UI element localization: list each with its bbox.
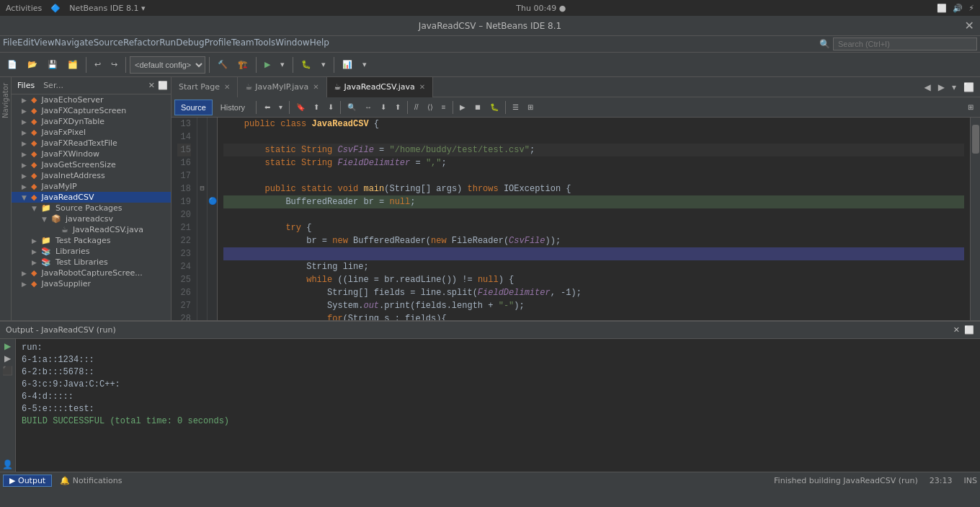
clear-output-btn[interactable]: 👤 [1,459,14,469]
menu-view[interactable]: View [34,38,54,50]
tab-javareadcsv-close[interactable]: ✕ [419,83,425,91]
replace-btn[interactable]: ↔ [361,100,375,115]
tree-item-source-packages[interactable]: ▼📁Source Packages [12,203,171,213]
speaker-icon[interactable]: 🔊 [953,4,963,13]
menu-navigate[interactable]: Navigate [55,38,94,50]
menu-profile[interactable]: Profile [205,38,231,50]
search-icon: 🔍 [819,39,830,49]
debug-btn[interactable]: 🐛 [297,56,316,74]
tab-nav-left-btn[interactable]: ◀ [922,81,934,94]
history-tab-btn[interactable]: History [214,100,251,115]
profile-dropdown-btn[interactable]: ▾ [358,56,371,74]
tree-item-javareadcsv-file[interactable]: ▶☕JavaReadCSV.java [12,224,171,235]
menu-file[interactable]: File [3,38,17,50]
tree-item-test-packages[interactable]: ▶📁Test Packages [12,235,171,246]
config-dropdown[interactable]: <default config> [130,56,205,74]
activities-btn[interactable]: Activities [6,4,42,13]
menu-help[interactable]: Help [310,38,329,50]
tree-item-javagetscreensize[interactable]: ▶◆JavaGetScreenSize [12,159,171,170]
open-btn[interactable]: 📂 [23,56,42,74]
show-members-btn[interactable]: ☰ [509,100,522,115]
tab-start-page-close[interactable]: ✕ [224,83,230,91]
tab-start-page[interactable]: Start Page ✕ [172,77,238,97]
netbeans-icon[interactable]: 🔷 [50,4,61,13]
window-icon[interactable]: ⬜ [937,4,947,13]
tree-item-javainetaddress[interactable]: ▶◆JavaInetAddress [12,170,171,181]
diff-btn[interactable]: ≡ [438,100,450,115]
debug-btn-2[interactable]: 🐛 [486,100,502,115]
power-icon[interactable]: ⚡ [968,4,974,13]
fwd-btn[interactable]: ▾ [275,100,286,115]
output-tab[interactable]: ▶ Output [3,475,52,487]
clean-build-btn[interactable]: 🏗️ [233,56,252,74]
notifications-tab[interactable]: 🔔 Notifications [53,475,128,487]
window-close-btn[interactable]: ✕ [965,19,974,32]
debug-dropdown-btn[interactable]: ▾ [317,56,330,74]
menu-team[interactable]: Team [231,38,254,50]
menu-edit[interactable]: Edit [17,38,34,50]
run-btn[interactable]: ▶ [260,56,275,74]
rerun-output-btn[interactable]: ⬛ [1,366,14,376]
toggle-bookmark-btn[interactable]: 🔖 [293,100,308,115]
search-input[interactable] [833,38,977,50]
editor-scrollbar[interactable] [970,118,980,320]
code-content[interactable]: public class JavaReadCSV { static String… [218,118,970,320]
stop-btn[interactable]: ⏹ [471,100,485,115]
next-bookmark-btn[interactable]: ⬇ [324,100,337,115]
tab-javamyip-close[interactable]: ✕ [313,83,318,91]
back-btn[interactable]: ⬅ [261,100,274,115]
output-close-btn[interactable]: ✕ [953,325,960,335]
tab-nav-right-btn[interactable]: ▶ [935,81,948,94]
tree-item-javaechoserver[interactable]: ▶◆JavaEchoServer [12,94,171,105]
tree-item-javareadcsv-pkg[interactable]: ▼📦javareadcsv [12,213,171,224]
tab-javareadcsv[interactable]: ☕ JavaReadCSV.java ✕ [327,77,433,97]
menu-source[interactable]: Source [94,38,123,50]
tree-item-test-libraries[interactable]: ▶📚Test Libraries [12,257,171,268]
editor-options-btn[interactable]: ⊞ [964,100,977,115]
search-btn[interactable]: 🔍 [344,100,360,115]
stop-output-btn[interactable]: ▶ [1,353,14,363]
undo-btn[interactable]: ↩ [90,56,105,74]
tree-item-libraries[interactable]: ▶📚Libraries [12,246,171,257]
tree-item-javarobotcapture[interactable]: ▶◆JavaRobotCaptureScree... [12,268,171,278]
tab-javamyip[interactable]: ☕ JavaMyIP.java ✕ [238,77,326,97]
prev-match-btn[interactable]: ⬆ [391,100,404,115]
run-btn-2[interactable]: ▶ [456,100,469,115]
output-maximize-btn[interactable]: ⬜ [964,325,974,335]
profile-btn[interactable]: 📊 [338,56,357,74]
menu-tools[interactable]: Tools [254,38,276,50]
tree-item-javafxcapturescreen[interactable]: ▶◆JavaFXCaptureScreen [12,105,171,116]
menu-refactor[interactable]: Refactor [123,38,159,50]
tree-item-javasupplier[interactable]: ▶◆JavaSupplier [12,278,171,289]
menu-window[interactable]: Window [275,38,309,50]
tree-maximize-btn[interactable]: ⬜ [158,81,168,90]
save-all-btn[interactable]: 🗂️ [63,56,82,74]
tree-item-javafxreadtextfile[interactable]: ▶◆JavaFXReadTextFile [12,138,171,149]
hierarchy-btn[interactable]: ⊞ [524,100,537,115]
tree-item-javamyip[interactable]: ▶◆JavaMyIP [12,181,171,192]
tree-item-javareadcsv[interactable]: ▼◆JavaReadCSV [12,192,171,203]
next-match-btn[interactable]: ⬇ [377,100,390,115]
tab-dropdown-btn[interactable]: ▾ [949,81,959,94]
menu-run[interactable]: Run [159,38,176,50]
tab-maximize-btn[interactable]: ⬜ [961,81,977,94]
run-dropdown-btn[interactable]: ▾ [276,56,289,74]
toggle-comments-btn[interactable]: // [411,100,422,115]
save-btn[interactable]: 💾 [43,56,62,74]
new-file-btn[interactable]: 📄 [3,56,22,74]
build-btn[interactable]: 🔨 [213,56,232,74]
tree-item-javafxpixel[interactable]: ▶◆JavaFxPixel [12,127,171,138]
format-btn[interactable]: ⟨⟩ [424,100,437,115]
redo-btn[interactable]: ↪ [107,56,122,74]
tree-item-javafxdyntable[interactable]: ▶◆JavaFXDynTable [12,116,171,127]
tree-close-btn[interactable]: ✕ [148,81,155,90]
tree-tab-files[interactable]: Files [14,80,37,91]
source-tab-btn[interactable]: Source [174,100,213,115]
run-output-btn[interactable]: ▶ [1,341,14,351]
code-line-24: String line; [223,260,964,273]
app-menu-btn[interactable]: NetBeans IDE 8.1 ▾ [69,4,145,13]
prev-bookmark-btn[interactable]: ⬆ [310,100,323,115]
tree-tab-ser[interactable]: Ser... [40,80,66,91]
tree-item-javafxwindow[interactable]: ▶◆JavaFXWindow [12,149,171,159]
menu-debug[interactable]: Debug [176,38,204,50]
